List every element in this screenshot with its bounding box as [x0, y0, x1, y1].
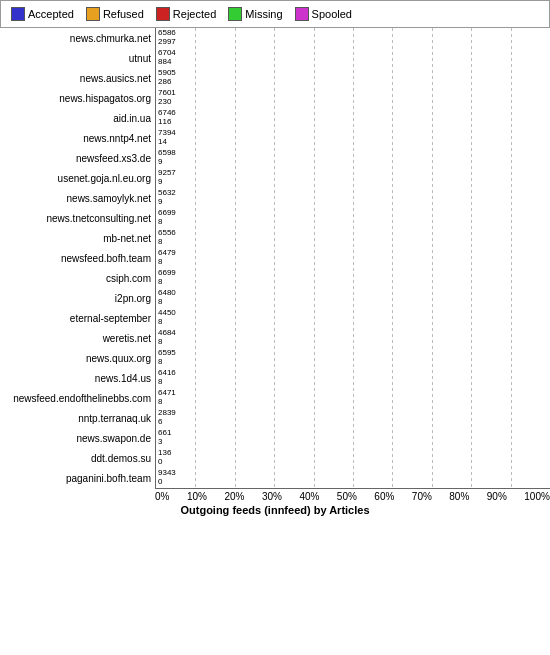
- y-axis-label: eternal-september: [0, 308, 155, 328]
- y-axis-label: newsfeed.xs3.de: [0, 148, 155, 168]
- bar-row: 64798: [156, 248, 550, 268]
- y-axis-label: mb-net.net: [0, 228, 155, 248]
- accepted-legend-label: Accepted: [28, 8, 74, 20]
- bar-row: 64168: [156, 368, 550, 388]
- legend-item-accepted: Accepted: [11, 7, 74, 21]
- spooled-legend-color: [295, 7, 309, 21]
- refused-legend-label: Refused: [103, 8, 144, 20]
- rejected-legend-label: Rejected: [173, 8, 216, 20]
- bar-value-label: 93430: [158, 469, 176, 487]
- bar-row: 739414: [156, 128, 550, 148]
- x-axis-label: 40%: [299, 491, 319, 502]
- chart-wrapper: 6586299767048845905286760123067461167394…: [0, 28, 550, 520]
- y-axis-label: utnut: [0, 48, 155, 68]
- x-axis-label: 80%: [449, 491, 469, 502]
- bar-value-label: 1360: [158, 449, 171, 467]
- x-axis-label: 20%: [224, 491, 244, 502]
- legend-item-rejected: Rejected: [156, 7, 216, 21]
- bar-value-label: 66998: [158, 209, 176, 227]
- y-axis-label: news.tnetconsulting.net: [0, 208, 155, 228]
- y-axis-label: weretis.net: [0, 328, 155, 348]
- legend-item-spooled: Spooled: [295, 7, 352, 21]
- bar-row: 65862997: [156, 28, 550, 48]
- bar-row: 65958: [156, 348, 550, 368]
- legend-item-missing: Missing: [228, 7, 282, 21]
- bar-row: 65989: [156, 148, 550, 168]
- x-axis-label: 30%: [262, 491, 282, 502]
- bar-value-label: 56329: [158, 189, 176, 207]
- bar-value-label: 65862997: [158, 29, 176, 47]
- y-axis-label: news.chmurka.net: [0, 28, 155, 48]
- bar-value-label: 6704884: [158, 49, 176, 67]
- bar-row: 56329: [156, 188, 550, 208]
- y-axis-label: news.hispagatos.org: [0, 88, 155, 108]
- y-axis-label: news.nntp4.net: [0, 128, 155, 148]
- bar-row: 7601230: [156, 88, 550, 108]
- bar-value-label: 5905286: [158, 69, 176, 87]
- y-axis-label: csiph.com: [0, 268, 155, 288]
- bar-row: 65568: [156, 228, 550, 248]
- bar-value-label: 65989: [158, 149, 176, 167]
- bar-value-label: 28396: [158, 409, 176, 427]
- y-axis-label: newsfeed.bofh.team: [0, 248, 155, 268]
- bar-row: 92579: [156, 168, 550, 188]
- y-axis-label: newsfeed.endofthelinebbs.com: [0, 388, 155, 408]
- bar-value-label: 6613: [158, 429, 171, 447]
- y-axis-label: news.swapon.de: [0, 428, 155, 448]
- bar-value-label: 65958: [158, 349, 176, 367]
- spooled-legend-label: Spooled: [312, 8, 352, 20]
- accepted-legend-color: [11, 7, 25, 21]
- x-axis-title: Outgoing feeds (innfeed) by Articles: [0, 504, 550, 516]
- y-axis-label: news.quux.org: [0, 348, 155, 368]
- x-axis-label: 60%: [374, 491, 394, 502]
- bar-row: 93430: [156, 468, 550, 488]
- legend: AcceptedRefusedRejectedMissingSpooled: [0, 0, 550, 28]
- y-axis-label: nntp.terranaq.uk: [0, 408, 155, 428]
- bar-row: 66998: [156, 208, 550, 228]
- bar-value-label: 65568: [158, 229, 176, 247]
- y-axis-label: usenet.goja.nl.eu.org: [0, 168, 155, 188]
- bar-value-label: 64798: [158, 249, 176, 267]
- x-axis-label: 50%: [337, 491, 357, 502]
- y-axis-label: i2pn.org: [0, 288, 155, 308]
- bar-row: 5905286: [156, 68, 550, 88]
- bar-value-label: 64718: [158, 389, 176, 407]
- bar-row: 6704884: [156, 48, 550, 68]
- y-axis-label: news.samoylyk.net: [0, 188, 155, 208]
- refused-legend-color: [86, 7, 100, 21]
- bar-row: 64718: [156, 388, 550, 408]
- y-axis-label: news.1d4.us: [0, 368, 155, 388]
- x-axis-label: 70%: [412, 491, 432, 502]
- missing-legend-color: [228, 7, 242, 21]
- bar-row: 66998: [156, 268, 550, 288]
- bar-value-label: 739414: [158, 129, 176, 147]
- rejected-legend-color: [156, 7, 170, 21]
- legend-item-refused: Refused: [86, 7, 144, 21]
- bar-value-label: 7601230: [158, 89, 176, 107]
- x-axis-label: 100%: [524, 491, 550, 502]
- bar-row: 6746116: [156, 108, 550, 128]
- bar-row: 64808: [156, 288, 550, 308]
- x-axis-label: 90%: [487, 491, 507, 502]
- bar-row: 1360: [156, 448, 550, 468]
- bar-value-label: 44508: [158, 309, 176, 327]
- bar-row: 28396: [156, 408, 550, 428]
- bar-row: 44508: [156, 308, 550, 328]
- missing-legend-label: Missing: [245, 8, 282, 20]
- x-axis-label: 0%: [155, 491, 169, 502]
- bar-value-label: 64168: [158, 369, 176, 387]
- x-axis-label: 10%: [187, 491, 207, 502]
- y-axis-label: news.ausics.net: [0, 68, 155, 88]
- bar-value-label: 92579: [158, 169, 176, 187]
- bar-value-label: 6746116: [158, 109, 176, 127]
- bar-value-label: 64808: [158, 289, 176, 307]
- y-axis-label: aid.in.ua: [0, 108, 155, 128]
- bar-row: 46848: [156, 328, 550, 348]
- y-axis-label: paganini.bofh.team: [0, 468, 155, 488]
- bar-row: 6613: [156, 428, 550, 448]
- bar-value-label: 46848: [158, 329, 176, 347]
- y-axis-label: ddt.demos.su: [0, 448, 155, 468]
- bar-value-label: 66998: [158, 269, 176, 287]
